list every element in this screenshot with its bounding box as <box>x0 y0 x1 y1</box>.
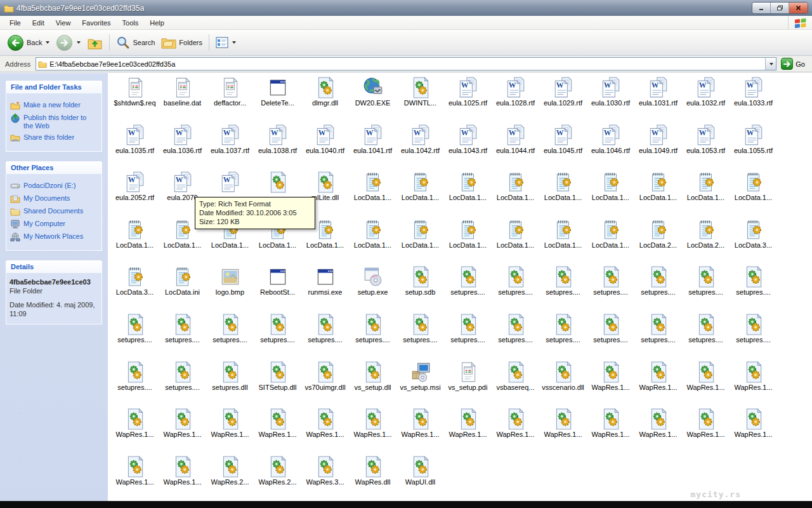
sidebar-item-my-documents[interactable]: My Documents <box>10 194 98 204</box>
file-item[interactable]: eula.1038.rtf <box>254 122 301 170</box>
file-item[interactable]: LocData.1... <box>396 169 444 217</box>
file-item[interactable]: LocData.1... <box>492 217 539 264</box>
sidebar-item-my-network-places[interactable]: My Network Places <box>10 232 98 242</box>
file-item[interactable]: setupres.... <box>492 264 539 311</box>
file-item[interactable]: LocData.1... <box>349 169 396 217</box>
file-item[interactable]: LocData.1... <box>587 217 634 264</box>
file-item[interactable]: setupres.... <box>301 311 349 359</box>
file-item[interactable]: WapRes.1... <box>492 406 539 453</box>
file-item[interactable]: vs70uimgr.dll <box>301 359 349 406</box>
file-item[interactable]: LocData.3... <box>111 264 159 311</box>
file-item[interactable]: LocData.1... <box>730 169 777 217</box>
file-item[interactable]: LocData.2... <box>682 217 730 264</box>
file-item[interactable]: LocData.1... <box>539 217 587 264</box>
file-item[interactable]: WapRes.1... <box>206 406 254 453</box>
file-item[interactable]: setupres.... <box>111 359 159 406</box>
file-item[interactable]: WapRes.1... <box>682 406 730 453</box>
file-item[interactable]: LocData.1... <box>492 169 539 217</box>
file-item[interactable]: eula.1041.rtf <box>349 122 396 170</box>
file-item[interactable]: LocData.1... <box>111 217 159 264</box>
file-item[interactable]: WapRes.1... <box>730 359 777 406</box>
sidebar-item-share-this-folder[interactable]: Share this folder <box>10 133 98 143</box>
file-item[interactable]: baseline.dat <box>159 74 206 122</box>
file-item[interactable]: WapRes.1... <box>396 406 444 453</box>
restore-button[interactable] <box>771 3 789 13</box>
file-item[interactable]: WapRes.1... <box>730 406 777 453</box>
file-item[interactable]: setupres.... <box>111 311 159 359</box>
file-item[interactable]: WapRes.1... <box>159 406 206 453</box>
views-button[interactable] <box>213 34 239 51</box>
file-item[interactable]: WapRes.2... <box>206 453 254 501</box>
file-item[interactable]: setupres.... <box>349 311 396 359</box>
file-item[interactable]: setupres.... <box>396 311 444 359</box>
file-item[interactable]: eula.1033.rtf <box>730 74 777 122</box>
file-item[interactable]: WapRes.1... <box>682 359 730 406</box>
menu-tools[interactable]: Tools <box>117 17 145 29</box>
file-item[interactable]: setup.exe <box>349 264 396 311</box>
file-item[interactable]: LocData.3... <box>730 217 777 264</box>
file-item[interactable]: eula.1031.rtf <box>634 74 682 122</box>
file-item[interactable]: eula.1043.rtf <box>444 122 492 170</box>
file-item[interactable]: vsbasereq... <box>492 359 539 406</box>
file-item[interactable]: WapRes.1... <box>301 406 349 453</box>
file-item[interactable]: WapRes.1... <box>444 406 492 453</box>
file-item[interactable]: setupres.... <box>634 264 682 311</box>
file-item[interactable]: eula.1044.rtf <box>492 122 539 170</box>
file-item[interactable]: setupres.... <box>444 264 492 311</box>
menu-file[interactable]: File <box>4 17 27 29</box>
file-item[interactable]: setupres.... <box>539 311 587 359</box>
file-item[interactable]: LocData.1... <box>682 169 730 217</box>
file-item[interactable]: setup.sdb <box>396 264 444 311</box>
file-list-area[interactable]: $shtdwn$.reqbaseline.datdeffactor...Dele… <box>108 73 812 501</box>
file-item[interactable]: setupres.... <box>587 264 634 311</box>
file-item[interactable]: WapRes.1... <box>111 453 159 501</box>
file-item[interactable]: eula.2052.rtf <box>111 169 159 217</box>
file-item[interactable]: LocData.1... <box>396 217 444 264</box>
sidebar-item-shared-documents[interactable]: Shared Documents <box>10 206 98 217</box>
file-item[interactable]: runmsi.exe <box>301 264 349 311</box>
file-item[interactable]: eula.1053.rtf <box>682 122 730 170</box>
file-item[interactable]: setupres.... <box>682 264 730 311</box>
file-item[interactable]: eula.1046.rtf <box>587 122 634 170</box>
views-dropdown-icon[interactable] <box>232 41 236 44</box>
file-item[interactable]: eula.1030.rtf <box>587 74 634 122</box>
section-header-tasks[interactable]: File and Folder Tasks <box>6 81 102 93</box>
file-item[interactable]: WapRes.1... <box>634 359 682 406</box>
file-item[interactable]: setupres.... <box>254 311 301 359</box>
menu-favorites[interactable]: Favorites <box>76 17 116 29</box>
file-item[interactable]: LocData.2... <box>634 217 682 264</box>
minimize-button[interactable] <box>752 3 771 13</box>
file-item[interactable]: vsscenario.dll <box>539 359 587 406</box>
file-item[interactable]: LocData.1... <box>539 169 587 217</box>
go-button[interactable]: Go <box>776 58 810 70</box>
file-item[interactable]: eula.1037.rtf <box>206 122 254 170</box>
back-button[interactable]: Back <box>4 32 53 53</box>
file-item[interactable]: eula.1055.rtf <box>730 122 777 170</box>
file-item[interactable]: vs_setup.dll <box>349 359 396 406</box>
file-item[interactable]: eula.1028.rtf <box>492 74 539 122</box>
file-item[interactable]: WapRes.1... <box>539 406 587 453</box>
search-button[interactable]: Search <box>113 34 158 51</box>
sidebar-item-my-computer[interactable]: My Computer <box>10 219 98 229</box>
file-item[interactable]: setupres.... <box>634 311 682 359</box>
file-item[interactable]: setupres.... <box>159 359 206 406</box>
file-item[interactable]: eula.1042.rtf <box>396 122 444 170</box>
address-dropdown-button[interactable] <box>765 58 776 70</box>
file-item[interactable]: setupres.... <box>730 311 777 359</box>
file-item[interactable]: vs_setup.pdi <box>444 359 492 406</box>
file-item[interactable]: setupres.dll <box>206 359 254 406</box>
file-item[interactable]: $shtdwn$.req <box>111 74 159 122</box>
file-item[interactable]: WapUI.dll <box>396 453 444 501</box>
file-item[interactable]: SITSetup.dll <box>254 359 301 406</box>
forward-button[interactable] <box>53 32 84 53</box>
file-item[interactable]: LocData.1... <box>444 217 492 264</box>
file-item[interactable]: DWINTL... <box>396 74 444 122</box>
file-item[interactable]: setupres.... <box>587 311 634 359</box>
file-item[interactable]: setupres.... <box>444 311 492 359</box>
file-item[interactable]: logo.bmp <box>206 264 254 311</box>
menu-edit[interactable]: Edit <box>27 17 50 29</box>
section-header-details[interactable]: Details <box>6 260 102 273</box>
file-item[interactable]: WapRes.1... <box>349 406 396 453</box>
file-item[interactable]: WapRes.1... <box>254 406 301 453</box>
file-item[interactable]: DeleteTe... <box>254 74 301 122</box>
